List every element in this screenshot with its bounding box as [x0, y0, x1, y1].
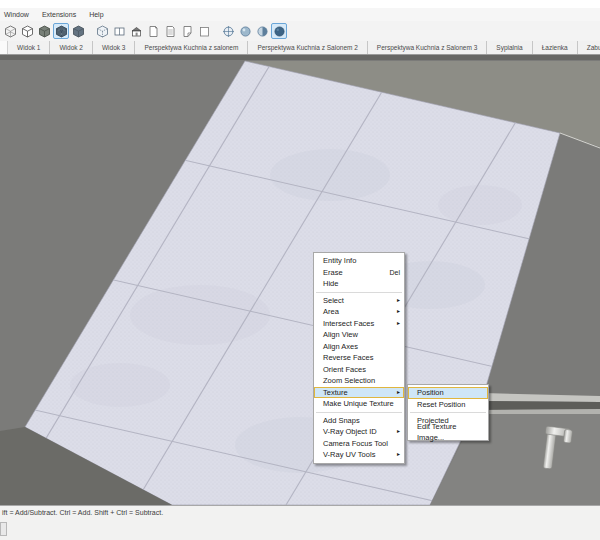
tab-lazienka[interactable]: Łazienka: [533, 41, 578, 54]
context-menu: Entity Info EraseDel Hide Select▸ Area▸ …: [313, 252, 405, 464]
wireframe-cube-icon[interactable]: [2, 23, 18, 39]
section-rect-icon[interactable]: [111, 23, 127, 39]
3d-viewport[interactable]: [0, 55, 600, 505]
tab-perspektywa-kuchnia-z-salonem-2[interactable]: Perspektywa Kuchnia z Salonem 2: [248, 41, 367, 54]
menu-item-align-view[interactable]: Align View: [314, 329, 404, 341]
menu-item-vray-uv-tools[interactable]: V-Ray UV Tools▸: [314, 449, 404, 461]
menu-item-zoom-selection[interactable]: Zoom Selection: [314, 375, 404, 387]
menu-item-texture[interactable]: Texture▸: [314, 387, 404, 399]
submenu-arrow-icon: ▸: [397, 295, 400, 307]
menu-item-select[interactable]: Select▸: [314, 295, 404, 307]
toolbar: [0, 21, 600, 41]
sphere-light-icon[interactable]: [237, 23, 253, 39]
menu-item-erase[interactable]: EraseDel: [314, 267, 404, 279]
tab-zabudowa-kuchni-widok[interactable]: Zabudowa Kuchni Widok: [578, 41, 600, 54]
menu-window[interactable]: Window: [4, 8, 29, 21]
circle-target-icon[interactable]: [220, 23, 236, 39]
titlebar-strip: [0, 0, 600, 8]
tab-sypialnia[interactable]: Sypialnia: [487, 41, 532, 54]
monochrome-cube-icon[interactable]: [70, 23, 86, 39]
menu-item-vray-object-id[interactable]: V-Ray Object ID▸: [314, 426, 404, 438]
sphere-dark-icon[interactable]: [271, 23, 287, 39]
horizon-band: [0, 55, 600, 60]
scene-tabbar: Widok 1 Widok 2 Widok 3 Perspektywa Kuch…: [0, 41, 600, 55]
menu-item-area[interactable]: Area▸: [314, 306, 404, 318]
menubar: Window Extensions Help: [0, 8, 600, 21]
submenu-arrow-icon: ▸: [397, 387, 400, 399]
menu-separator: [316, 412, 402, 413]
dark-band: [478, 401, 600, 410]
menu-item-hide[interactable]: Hide: [314, 278, 404, 290]
texture-submenu: Position Reset Position Projected Edit T…: [407, 384, 489, 441]
page-icon[interactable]: [145, 23, 161, 39]
tab-widok-2[interactable]: Widok 2: [50, 41, 92, 54]
tab-perspektywa-kuchnia-z-salonem-3[interactable]: Perspektywa Kuchnia z Salonem 3: [368, 41, 487, 54]
viewport-canvas: [0, 55, 600, 505]
menu-help[interactable]: Help: [89, 8, 103, 21]
menu-extensions[interactable]: Extensions: [42, 8, 76, 21]
submenu-arrow-icon: ▸: [397, 426, 400, 438]
menu-item-camera-focus-tool[interactable]: Camera Focus Tool: [314, 438, 404, 450]
hidden-line-cube-icon[interactable]: [19, 23, 35, 39]
menu-item-orient-faces[interactable]: Orient Faces: [314, 364, 404, 376]
menu-item-reverse-faces[interactable]: Reverse Faces: [314, 352, 404, 364]
tab-widok-3[interactable]: Widok 3: [93, 41, 135, 54]
menu-item-intersect-faces[interactable]: Intersect Faces▸: [314, 318, 404, 330]
xray-cube-icon[interactable]: [94, 23, 110, 39]
page-fold-icon[interactable]: [179, 23, 195, 39]
shaded-textures-cube-icon[interactable]: [53, 23, 69, 39]
measurements-box[interactable]: [0, 522, 7, 536]
submenu-item-reset-position[interactable]: Reset Position: [408, 399, 488, 411]
menu-item-entity-info[interactable]: Entity Info: [314, 255, 404, 267]
sketchup-window: Window Extensions Help: [0, 0, 600, 540]
house-view-icon[interactable]: [128, 23, 144, 39]
menu-item-make-unique-texture[interactable]: Make Unique Texture: [314, 398, 404, 410]
submenu-item-edit-texture-image[interactable]: Edit Texture Image...: [408, 427, 488, 439]
tab-perspektywa-kuchnia-z-salonem[interactable]: Perspektywa Kuchnia z salonem: [135, 41, 248, 54]
shaded-cube-icon[interactable]: [36, 23, 52, 39]
page-lines-icon[interactable]: [162, 23, 178, 39]
sphere-half-icon[interactable]: [254, 23, 270, 39]
submenu-arrow-icon: ▸: [397, 449, 400, 461]
menu-item-align-axes[interactable]: Align Axes: [314, 341, 404, 353]
menu-separator: [316, 292, 402, 293]
tabbar-lead: [0, 41, 8, 54]
tab-widok-1[interactable]: Widok 1: [8, 41, 50, 54]
menu-item-add-snaps[interactable]: Add Snaps: [314, 415, 404, 427]
statusbar: ift = Add/Subtract. Ctrl = Add. Shift + …: [0, 505, 600, 540]
shortcut-del: Del: [389, 267, 400, 279]
submenu-arrow-icon: ▸: [397, 306, 400, 318]
menu-separator: [410, 412, 486, 413]
submenu-item-position[interactable]: Position: [408, 387, 488, 399]
submenu-arrow-icon: ▸: [397, 318, 400, 330]
blank-square-icon[interactable]: [196, 23, 212, 39]
status-hint: ift = Add/Subtract. Ctrl = Add. Shift + …: [2, 509, 163, 516]
